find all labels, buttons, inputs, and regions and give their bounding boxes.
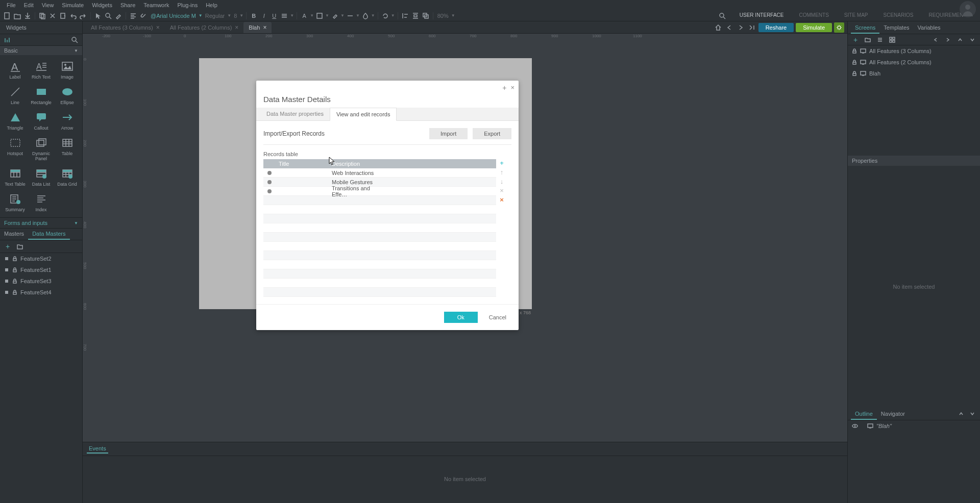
arrange-icon[interactable] [421,11,430,20]
datamaster-row[interactable]: FeatureSet2 [0,253,82,264]
search-glass-icon[interactable] [104,11,113,20]
collapse-icon[interactable] [747,23,756,32]
close-icon[interactable]: × [156,24,160,31]
line-weight-icon[interactable] [346,11,355,20]
fill-color-icon[interactable] [315,11,324,20]
records-row[interactable] [263,251,496,260]
tab-comments[interactable]: COMMENTS [792,11,837,20]
nav-fwd-icon[interactable] [736,23,745,32]
records-row[interactable]: Web Interactions [263,168,496,178]
copy-icon[interactable] [38,11,47,20]
widget-summary[interactable]: Summary [2,190,28,215]
close-icon[interactable]: × [510,84,514,92]
tab-events[interactable]: Events [87,444,108,454]
simulate-button[interactable]: Simulate [796,23,832,32]
menu-simulate[interactable]: Simulate [58,1,88,10]
widget-callout[interactable]: Callout [28,108,54,134]
text-align-icon[interactable] [129,11,138,20]
menu-widgets[interactable]: Widgets [88,1,116,10]
datamaster-row[interactable]: FeatureSet4 [0,287,82,298]
tab-screens[interactable]: Screens [851,22,879,34]
simulate-settings-button[interactable] [834,22,844,33]
records-row[interactable] [263,205,496,214]
menu-help[interactable]: Help [202,1,222,10]
screen-row[interactable]: Blah [848,68,980,79]
menu-plugins[interactable]: Plug-ins [173,1,202,10]
widget-view-icon[interactable] [3,35,12,44]
rotate-icon[interactable] [381,11,390,20]
dialog-tab-records[interactable]: View and edit records [330,108,397,121]
tab-outline[interactable]: Outline [851,409,877,420]
open-folder-icon[interactable] [13,11,22,20]
redo-icon[interactable] [79,11,88,20]
export-button[interactable]: Export [473,128,511,139]
records-row[interactable] [263,214,496,223]
artboard[interactable]: 1024 x 768 + × Data Master Details Data … [199,58,532,309]
col-description[interactable]: Description [329,161,381,167]
text-color-icon[interactable]: A [300,11,309,20]
records-row[interactable] [263,269,496,279]
row-handle-icon[interactable] [267,171,272,175]
widget-line[interactable]: Line [2,83,28,108]
home-icon[interactable] [714,23,723,32]
canvas-content[interactable]: 1024 x 768 + × Data Master Details Data … [92,43,847,503]
forms-section[interactable]: Forms and inputs ▼ [0,217,82,229]
new-file-icon[interactable] [3,11,12,20]
canvas[interactable]: -200 -100 0 100 200 300 400 500 600 700 … [83,34,847,503]
align-objects-icon[interactable] [401,11,410,20]
add-icon[interactable]: + [502,84,506,92]
ok-button[interactable]: Ok [444,312,478,323]
widget-triangle[interactable]: Triangle [2,108,28,134]
avatar[interactable] [960,1,976,17]
widget-richtext[interactable]: ARich Text [28,57,54,83]
widget-arrow[interactable]: Arrow [54,108,80,134]
add-screen-icon[interactable]: + [851,35,860,44]
widget-image[interactable]: Image [54,57,80,83]
folder-icon[interactable] [863,35,872,44]
font-family-select[interactable]: @Arial Unicode M [149,12,198,19]
align-icon[interactable] [280,11,289,20]
records-row[interactable] [263,196,496,205]
nav-down-icon[interactable] [968,35,977,44]
screen-row[interactable]: All Features (3 Columns) [848,45,980,57]
tab-user-interface[interactable]: USER INTERFACE [732,11,792,20]
widget-index[interactable]: Index [28,190,54,215]
distribute-icon[interactable] [411,11,420,20]
records-row[interactable] [263,279,496,288]
close-icon[interactable]: × [263,24,266,31]
menu-teamwork[interactable]: Teamwork [139,1,173,10]
nav-back-icon[interactable] [725,23,734,32]
widget-hotspot[interactable]: Hotspot [2,134,28,164]
records-row[interactable] [263,233,496,242]
row-handle-icon[interactable] [267,180,272,184]
tab-sitemap[interactable]: SITE MAP [837,11,876,20]
widget-data-grid[interactable]: Data Grid [54,164,80,190]
nav-up-icon[interactable] [957,409,966,418]
screen-row[interactable]: All Features (2 Columns) [848,57,980,68]
tab-variables[interactable]: Variables [914,22,945,34]
pointer-icon[interactable] [93,11,103,20]
undo-icon[interactable] [68,11,78,20]
records-row[interactable]: Transitions and Effe… [263,187,496,196]
folder-datamaster-icon[interactable] [15,242,24,251]
widget-label[interactable]: ALabel [2,57,28,83]
outline-item[interactable]: "Blah" [848,420,980,432]
col-title[interactable]: Title [276,161,329,167]
nav-right-icon[interactable] [943,35,952,44]
records-row[interactable] [263,288,496,297]
tab-masters[interactable]: Masters [0,229,28,240]
widget-table[interactable]: Table [54,134,80,164]
reshare-button[interactable]: Reshare [758,23,794,32]
close-icon[interactable]: × [235,24,238,31]
global-search-icon[interactable] [718,11,727,20]
grid-view-icon[interactable] [888,35,897,44]
menu-view[interactable]: View [38,1,58,10]
font-size-select[interactable]: 8 [232,12,238,19]
widget-text-table[interactable]: Text Table [2,164,28,190]
remove-row-icon[interactable]: × [498,187,505,194]
font-weight-select[interactable]: Regular [204,12,227,19]
nav-left-icon[interactable] [931,35,940,44]
opacity-icon[interactable] [361,11,370,20]
dialog-tab-properties[interactable]: Data Master properties [260,108,330,120]
bold-icon[interactable]: B [249,11,258,20]
